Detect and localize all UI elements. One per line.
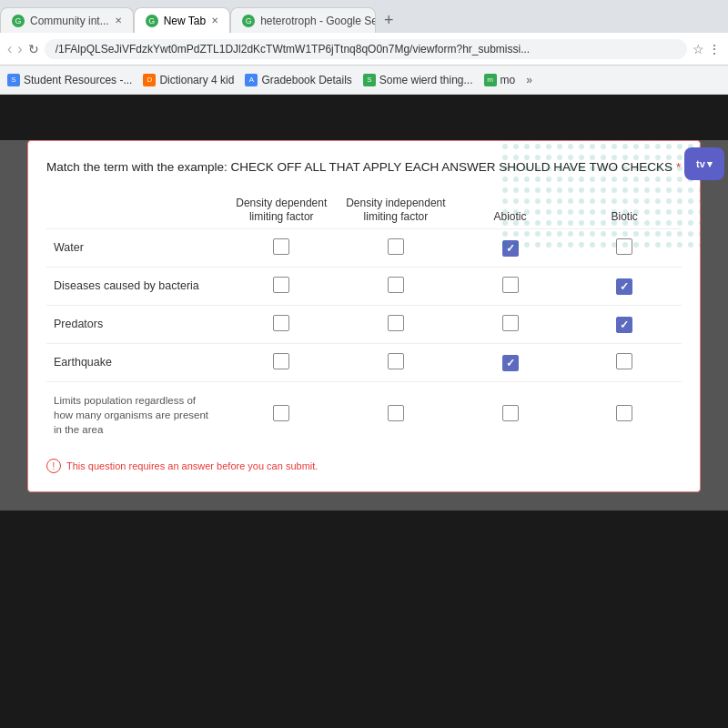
tab-close-newtab[interactable]: ✕ [211,15,218,25]
tab-community[interactable]: G Community int... ✕ [0,7,134,33]
checkbox-predators-density-dep[interactable] [273,315,289,331]
teams-label: tv [696,158,705,169]
tab-icon-google: G [242,15,255,27]
row-label-predators: Predators [46,306,224,344]
checkbox-water-density-indep[interactable] [388,238,404,255]
cell-diseases-density-indep[interactable] [339,268,453,306]
address-icons: ☆ ⋮ [693,42,721,56]
checkbox-earthquake-biotic[interactable] [616,353,632,369]
cell-water-density-indep[interactable] [339,229,453,268]
cell-water-density-dep[interactable] [224,229,339,268]
checkbox-earthquake-density-indep[interactable] [388,353,404,369]
row-label-earthquake: Earthquake [46,344,224,382]
cell-earthquake-biotic[interactable] [567,344,682,382]
bookmark-icon-mo: m [484,74,497,86]
tab-google-search[interactable]: G heterotroph - Google Search ✕ [230,7,376,33]
tab-icon-newtab: G [146,15,158,27]
bookmark-icon-student: S [7,74,20,86]
settings-icon[interactable]: ⋮ [708,42,721,56]
col-header-biotic: Biotic [567,193,682,229]
cell-limits-abiotic[interactable] [453,382,568,447]
checkbox-limits-density-indep[interactable] [388,405,404,421]
nav-forward-icon[interactable]: › [17,41,22,57]
cell-predators-biotic[interactable] [567,306,682,344]
checkbox-water-biotic[interactable] [616,238,632,255]
bookmarks-bar: S Student Resources -... D Dictionary 4 … [0,66,728,95]
bookmark-label-dictionary: Dictionary 4 kid [159,74,234,86]
col-header-row-label [46,193,224,229]
checkbox-diseases-density-indep[interactable] [388,277,404,293]
bookmark-star-icon[interactable]: ☆ [693,42,704,56]
nav-back-icon[interactable]: ‹ [7,41,12,57]
table-row: Limits population regardless of how many… [46,382,682,447]
tab-icon-community: G [12,15,25,27]
checkbox-water-abiotic[interactable] [502,240,519,257]
bookmark-label-weird: Some wierd thing... [379,74,473,86]
col-header-density-dep: Density dependent limiting factor [224,193,339,229]
bookmark-label-mo: mo [500,74,516,86]
checkbox-diseases-density-dep[interactable] [273,277,289,293]
col-header-density-indep: Density independent limiting factor [339,193,453,229]
address-input[interactable] [45,39,687,59]
cell-predators-density-indep[interactable] [339,306,453,344]
cell-predators-density-dep[interactable] [224,306,339,344]
checkbox-earthquake-density-dep[interactable] [273,353,289,369]
cell-water-abiotic[interactable] [453,229,568,268]
bookmark-icon-dictionary: D [143,74,156,86]
required-star: * [676,160,681,174]
teams-chevron-icon: ▾ [707,158,713,170]
cell-predators-abiotic[interactable] [453,306,568,344]
teams-widget[interactable]: tv ▾ [684,147,724,180]
checkbox-diseases-abiotic[interactable] [502,277,519,293]
checkbox-predators-density-indep[interactable] [388,315,404,331]
cell-diseases-abiotic[interactable] [453,268,568,306]
bookmark-student-resources[interactable]: S Student Resources -... [7,74,132,86]
tab-newtab[interactable]: G New Tab ✕ [134,7,230,33]
cell-limits-density-dep[interactable] [224,382,339,447]
tab-label-newtab: New Tab [164,15,206,27]
cell-water-biotic[interactable] [567,229,682,268]
cell-earthquake-density-dep[interactable] [224,344,339,382]
checkbox-earthquake-abiotic[interactable] [502,355,519,371]
tab-bar: G Community int... ✕ G New Tab ✕ G heter… [0,0,728,33]
cell-limits-density-indep[interactable] [339,382,453,447]
error-text: This question requires an answer before … [66,460,318,471]
col-header-abiotic: Abiotic [453,193,568,229]
bookmark-dictionary[interactable]: D Dictionary 4 kid [143,74,234,86]
row-label-water: Water [46,229,224,268]
error-row: ! This question requires an answer befor… [46,459,682,473]
form-question: Match the term with the example: CHECK O… [46,159,682,177]
tab-close-community[interactable]: ✕ [115,15,122,25]
row-label-diseases: Diseases caused by bacteria [46,268,224,306]
checkbox-predators-abiotic[interactable] [502,315,519,331]
cell-earthquake-abiotic[interactable] [453,344,568,382]
checkbox-limits-density-dep[interactable] [273,405,289,421]
form-card: Match the term with the example: CHECK O… [27,140,701,492]
checkbox-limits-biotic[interactable] [616,405,632,421]
reload-icon[interactable]: ↻ [28,42,39,56]
bookmark-icon-weird: S [363,74,376,86]
tab-label-community: Community int... [30,15,109,27]
bookmark-weird[interactable]: S Some wierd thing... [363,74,473,86]
cell-earthquake-density-indep[interactable] [339,344,453,382]
checkbox-diseases-biotic[interactable] [616,278,632,295]
table-row: Earthquake [46,344,682,382]
tab-label-google: heterotroph - Google Search [260,15,376,27]
table-row: Predators [46,306,682,344]
more-bookmarks-icon[interactable]: » [526,74,532,86]
bookmark-label-gradebook: Gradebook Details [261,74,351,86]
checkbox-limits-abiotic[interactable] [502,405,519,421]
error-icon: ! [46,459,61,473]
table-row: Diseases caused by bacteria [46,268,682,306]
new-tab-button[interactable]: + [376,7,401,33]
cell-diseases-density-dep[interactable] [224,268,339,306]
checkbox-predators-biotic[interactable] [616,317,632,333]
checkbox-water-density-dep[interactable] [273,238,289,255]
cell-diseases-biotic[interactable] [567,268,682,306]
bookmark-icon-gradebook: A [245,74,258,86]
bookmark-gradebook[interactable]: A Gradebook Details [245,74,351,86]
bookmark-label-student: Student Resources -... [24,74,132,86]
table-row: Water [46,229,682,268]
cell-limits-biotic[interactable] [567,382,682,447]
bookmark-mo[interactable]: m mo [484,74,516,86]
